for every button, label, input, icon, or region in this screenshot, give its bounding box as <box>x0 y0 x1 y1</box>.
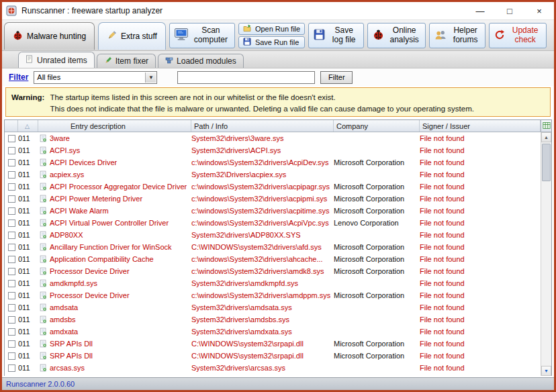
column-customize-button[interactable] <box>541 120 551 132</box>
row-checkbox[interactable] <box>8 195 15 203</box>
header-signer-issuer[interactable]: Signer / Issuer <box>420 120 541 132</box>
row-rating: 011 <box>18 195 38 203</box>
table-row[interactable]: 011 c:\windows\System32\drivers\... File… <box>5 374 551 376</box>
row-checkbox[interactable] <box>8 340 15 348</box>
row-checkbox[interactable] <box>8 268 15 275</box>
entry-description: ACPI Wake Alarm <box>50 207 109 215</box>
header-entry-description[interactable]: Entry description <box>38 120 191 132</box>
company-name: Microsoft Corporation <box>334 243 420 251</box>
table-row[interactable]: 011 amdkmpfd.sys System32\drivers\amdkmp… <box>5 277 551 289</box>
table-row[interactable]: 011 arcsas.sys System32\drivers\arcsas.s… <box>5 362 551 374</box>
row-checkbox[interactable] <box>8 292 15 299</box>
row-checkbox[interactable] <box>8 207 15 215</box>
open-run-file-button[interactable]: Open Run file <box>238 23 305 35</box>
row-checkbox[interactable] <box>8 352 15 360</box>
scroll-up-icon[interactable]: ▲ <box>541 132 551 142</box>
row-checkbox[interactable] <box>8 316 15 324</box>
header-rating-column[interactable]: △ <box>18 120 38 132</box>
file-icon <box>40 352 47 360</box>
row-rating: 011 <box>18 291 38 299</box>
scan-computer-button[interactable]: Scan computer <box>169 23 235 48</box>
app-window: Runscanner : freeware startup analyzer —… <box>0 0 556 392</box>
scrollbar-thumb[interactable] <box>542 144 551 181</box>
row-checkbox[interactable] <box>8 304 15 311</box>
row-checkbox[interactable] <box>8 135 15 142</box>
table-row[interactable]: 011 ACPI.sys System32\drivers\ACPI.sys F… <box>5 144 551 156</box>
filter-type-select[interactable]: All files ▼ <box>34 71 157 84</box>
button-label: Save log file <box>329 26 359 45</box>
chevron-down-icon[interactable]: ▼ <box>145 72 156 83</box>
vertical-scrollbar[interactable]: ▲ ▼ <box>541 132 551 376</box>
table-row[interactable]: 011 ACPI Power Metering Driver c:\window… <box>5 193 551 205</box>
online-analysis-button[interactable]: Online analysis <box>367 23 426 48</box>
file-icon <box>40 267 47 275</box>
filter-button[interactable]: Filter <box>320 71 353 84</box>
monitor-icon <box>175 28 188 43</box>
row-checkbox[interactable] <box>8 171 15 179</box>
bug-globe-icon <box>373 29 384 42</box>
tab-loaded-modules[interactable]: Loaded modules <box>158 54 244 68</box>
row-checkbox[interactable] <box>8 328 15 336</box>
tab-item-fixer[interactable]: Item fixer <box>97 54 156 68</box>
table-row[interactable]: 011 Application Compatibility Cache c:\w… <box>5 253 551 265</box>
entry-description: ADP80XX <box>50 231 83 239</box>
tab-unrated-items[interactable]: Unrated items <box>18 52 95 68</box>
table-body: 011 3ware System32\drivers\3ware.sys Fil… <box>5 132 551 376</box>
table-row[interactable]: 011 acpiex.sys System32\Drivers\acpiex.s… <box>5 168 551 181</box>
row-rating: 011 <box>18 352 38 360</box>
tab-label: Unrated items <box>37 56 87 65</box>
table-row[interactable]: 011 ACPI Virtual Power Controller Driver… <box>5 217 551 229</box>
tab-malware-hunting[interactable]: Malware hunting <box>4 22 95 50</box>
save-run-file-button[interactable]: Save Run file <box>238 36 305 48</box>
row-checkbox[interactable] <box>8 364 15 372</box>
table-row[interactable]: 011 amdxata System32\drivers\amdxata.sys… <box>5 326 551 338</box>
file-icon <box>40 279 47 287</box>
floppy-icon <box>314 29 325 42</box>
save-log-file-button[interactable]: Save log file <box>308 23 364 48</box>
table-row[interactable]: 011 Processor Device Driver c:\windows\S… <box>5 265 551 277</box>
table-row[interactable]: 011 ACPI Wake Alarm c:\windows\System32\… <box>5 205 551 217</box>
row-checkbox[interactable] <box>8 232 15 239</box>
table-row[interactable]: 011 ADP80XX System32\drivers\ADP80XX.SYS… <box>5 229 551 241</box>
minimize-button[interactable]: — <box>465 2 495 19</box>
helper-forums-button[interactable]: Helper forums <box>429 23 485 48</box>
close-button[interactable]: × <box>524 2 554 19</box>
table-row[interactable]: 011 SRP APIs Dll C:\WINDOWS\system32\srp… <box>5 350 551 362</box>
signer-issuer: File not found <box>420 340 541 348</box>
table-row[interactable]: 011 amdsbs System32\drivers\amdsbs.sys F… <box>5 313 551 326</box>
row-checkbox[interactable] <box>8 244 15 251</box>
maximize-button[interactable]: □ <box>495 2 524 19</box>
entry-description: ACPI Processor Aggregator Device Driver <box>50 183 187 191</box>
table-row[interactable]: 011 3ware System32\drivers\3ware.sys Fil… <box>5 132 551 144</box>
row-rating: 011 <box>18 134 38 142</box>
update-check-button[interactable]: Update check <box>489 23 547 48</box>
row-rating: 011 <box>18 207 38 215</box>
filter-bar: Filter All files ▼ Filter <box>2 68 554 86</box>
file-icon <box>40 219 47 227</box>
row-checkbox[interactable] <box>8 256 15 263</box>
row-checkbox[interactable] <box>8 159 15 166</box>
tab-label: Loaded modules <box>177 56 236 66</box>
filter-text-input[interactable] <box>177 71 315 84</box>
header-path-info[interactable]: Path / Info <box>191 120 334 132</box>
table-row[interactable]: 011 ACPI Devices Driver c:\windows\Syste… <box>5 156 551 168</box>
table-row[interactable]: 011 ACPI Processor Aggregator Device Dri… <box>5 181 551 193</box>
row-checkbox[interactable] <box>8 147 15 154</box>
row-checkbox[interactable] <box>8 183 15 191</box>
filter-link[interactable]: Filter <box>9 72 28 82</box>
file-icon <box>40 134 47 142</box>
row-checkbox[interactable] <box>8 280 15 287</box>
entry-description: amdxata <box>50 328 78 336</box>
table-row[interactable]: 011 SRP APIs Dll C:\WINDOWS\system32\srp… <box>5 338 551 350</box>
table-row[interactable]: 011 amdsata System32\drivers\amdsata.sys… <box>5 301 551 313</box>
row-rating: 011 <box>18 364 38 372</box>
header-company[interactable]: Company <box>334 120 420 132</box>
entry-description: ACPI Devices Driver <box>50 158 117 166</box>
row-checkbox[interactable] <box>8 219 15 227</box>
table-row[interactable]: 011 Processor Device Driver c:\windows\S… <box>5 289 551 301</box>
table-row[interactable]: 011 Ancillary Function Driver for WinSoc… <box>5 241 551 253</box>
status-text: Runscanner 2.0.0.60 <box>6 380 75 388</box>
scroll-down-icon[interactable]: ▼ <box>541 366 551 376</box>
tab-extra-stuff[interactable]: Extra stuff <box>98 22 166 50</box>
file-icon <box>40 364 47 372</box>
